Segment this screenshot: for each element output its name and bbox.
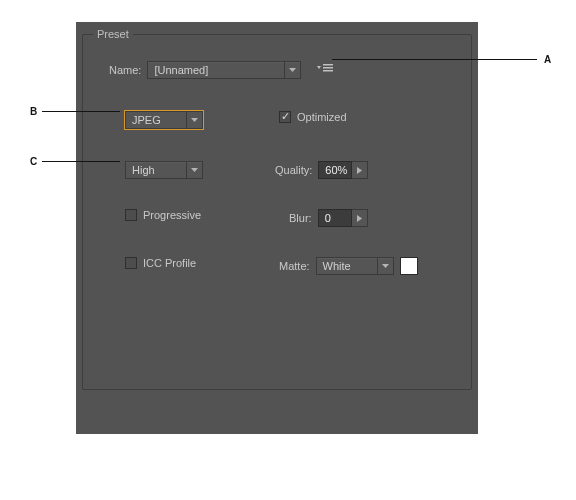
preset-menu-button[interactable] xyxy=(317,61,333,75)
callout-c-line xyxy=(42,161,120,162)
optimized-row[interactable]: Optimized xyxy=(279,111,347,123)
quality-stepper[interactable] xyxy=(352,161,368,179)
name-row: Name: [Unnamed] xyxy=(109,61,301,79)
preset-menu-icon xyxy=(317,61,333,75)
optimized-label: Optimized xyxy=(297,111,347,123)
quality-label: Quality: xyxy=(275,164,312,176)
chevron-right-icon xyxy=(357,167,362,174)
callout-c: C xyxy=(30,156,37,167)
format-dropdown[interactable]: JPEG xyxy=(125,111,203,129)
quality-preset-value: High xyxy=(126,164,186,176)
quality-row: Quality: 60% xyxy=(275,161,368,179)
chevron-down-icon xyxy=(186,162,202,178)
chevron-down-icon xyxy=(186,112,202,128)
callout-a: A xyxy=(544,54,551,65)
preset-panel: Preset Name: [Unnamed] JPEG xyxy=(76,22,478,434)
progressive-row[interactable]: Progressive xyxy=(125,209,201,221)
svg-rect-2 xyxy=(323,70,333,72)
chevron-right-icon xyxy=(357,215,362,222)
optimized-checkbox[interactable] xyxy=(279,111,291,123)
name-dropdown[interactable]: [Unnamed] xyxy=(147,61,301,79)
callout-a-line xyxy=(332,59,537,60)
chevron-down-icon xyxy=(377,258,393,274)
callout-b-line xyxy=(42,111,120,112)
chevron-down-icon xyxy=(284,62,300,78)
name-value: [Unnamed] xyxy=(148,64,284,76)
matte-swatch[interactable] xyxy=(400,257,418,275)
matte-row: Matte: White xyxy=(279,257,418,275)
blur-row: Blur: 0 xyxy=(289,209,368,227)
blur-label: Blur: xyxy=(289,212,312,224)
format-row: JPEG xyxy=(125,111,203,129)
matte-dropdown[interactable]: White xyxy=(316,257,394,275)
blur-input[interactable]: 0 xyxy=(318,209,352,227)
icc-label: ICC Profile xyxy=(143,257,196,269)
quality-input[interactable]: 60% xyxy=(318,161,352,179)
matte-value: White xyxy=(317,260,377,272)
icc-row[interactable]: ICC Profile xyxy=(125,257,196,269)
quality-preset-dropdown[interactable]: High xyxy=(125,161,203,179)
icc-checkbox[interactable] xyxy=(125,257,137,269)
quality-preset-row: High xyxy=(125,161,203,179)
blur-stepper[interactable] xyxy=(352,209,368,227)
progressive-label: Progressive xyxy=(143,209,201,221)
quality-input-group: 60% xyxy=(318,161,368,179)
matte-label: Matte: xyxy=(279,260,310,272)
name-label: Name: xyxy=(109,64,141,76)
progressive-checkbox[interactable] xyxy=(125,209,137,221)
svg-rect-0 xyxy=(323,64,333,66)
format-value: JPEG xyxy=(126,114,186,126)
callout-b: B xyxy=(30,106,37,117)
svg-rect-1 xyxy=(323,67,333,69)
fieldset-legend: Preset xyxy=(93,28,133,40)
blur-input-group: 0 xyxy=(318,209,368,227)
preset-fieldset: Preset Name: [Unnamed] JPEG xyxy=(82,34,472,390)
